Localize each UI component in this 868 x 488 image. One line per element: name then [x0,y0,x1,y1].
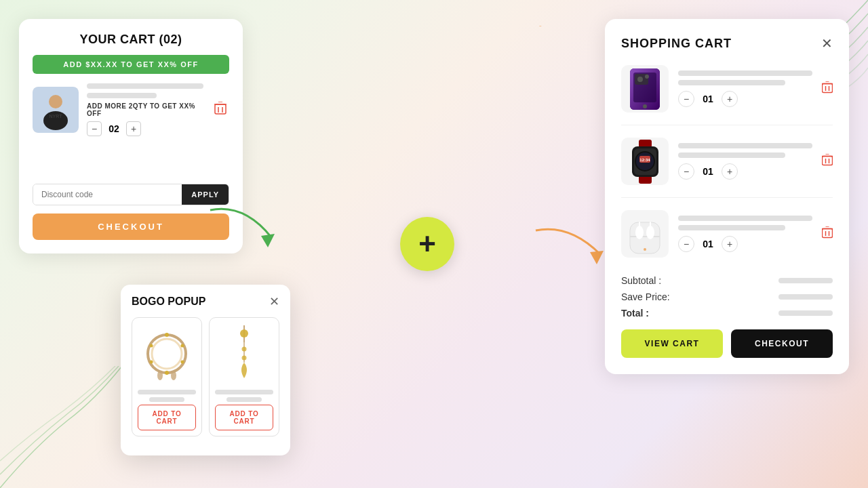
svg-point-33 [637,77,643,82]
r-item1-name [678,70,812,76]
right-cart-item-3: − 01 + [621,210,833,270]
right-qty-row-2: − 01 + [678,163,812,180]
item-upsell-text: ADD MORE 2QTY TO GET XX% OFF [87,102,203,117]
save-price-value [778,294,833,300]
svg-point-9 [148,335,186,373]
checkout-button-right[interactable]: CHECKOUT [731,329,833,358]
right-delete-1[interactable] [822,81,833,97]
svg-point-16 [149,344,153,347]
right-cart-header: SHOPPING CART ✕ [621,35,833,52]
svg-point-18 [157,371,163,380]
subtotal-label: Subtotal : [621,275,661,286]
save-price-row: Save Price: [621,291,833,302]
svg-text:NYRT: NYRT [50,114,63,119]
qty-decrease-button[interactable]: − [87,121,102,136]
empty-cart-area [33,143,229,184]
svg-point-13 [180,360,184,363]
apply-discount-button[interactable]: APPLY [182,184,229,205]
right-item-1-image [621,65,669,113]
right-qty-increase-1[interactable]: + [722,91,738,107]
svg-point-31 [643,104,647,108]
left-cart-title: YOUR CART (02) [33,33,229,47]
svg-rect-61 [823,228,833,237]
right-qty-increase-3[interactable]: + [722,236,738,252]
item-name-placeholder [87,83,203,89]
right-qty-decrease-2[interactable]: − [678,163,694,180]
totals-section: Subtotal : Save Price: Total : [621,275,833,319]
total-row: Total : [621,308,833,319]
bogo-product-2-image [220,323,268,384]
r-item1-desc [678,80,785,85]
bogo-product-2: ADD TO CART [209,317,279,436]
delete-item-button[interactable] [212,99,229,121]
right-qty-decrease-1[interactable]: − [678,91,694,107]
bogo-p2-price [226,397,262,402]
quantity-control: − 02 + [87,121,203,136]
svg-rect-48 [823,156,833,165]
bogo-close-button[interactable]: ✕ [269,296,279,308]
r-item3-desc [678,225,785,230]
right-item-1-info: − 01 + [678,70,812,107]
right-delete-3[interactable] [822,226,833,242]
qty-increase-button[interactable]: + [126,121,141,136]
add-to-cart-button-2[interactable]: ADD TO CART [215,405,273,430]
right-qty-value-1: 01 [700,94,716,104]
cart-item-info: ADD MORE 2QTY TO GET XX% OFF − 02 + [87,83,203,136]
bogo-popup-header: BOGO POPUP ✕ [132,296,279,308]
right-close-button[interactable]: ✕ [821,35,833,52]
save-price-label: Save Price: [621,291,670,302]
svg-point-12 [180,344,184,347]
cart-item-image: NYRT [33,87,79,133]
svg-point-10 [152,339,182,369]
r-item2-desc [678,152,785,158]
svg-marker-27 [590,251,604,264]
svg-point-56 [635,226,644,239]
discount-input[interactable] [33,184,182,205]
add-to-cart-button-1[interactable]: ADD TO CART [138,405,196,430]
discount-row: APPLY [33,184,229,205]
cart-item: NYRT ADD MORE 2QTY TO GET XX% OFF − 02 + [33,83,229,136]
right-qty-value-2: 01 [700,166,716,177]
right-delete-2[interactable] [822,154,833,169]
bogo-popup: BOGO POPUP ✕ [121,285,290,455]
svg-point-23 [241,355,246,360]
right-qty-row-3: − 01 + [678,236,812,252]
right-qty-increase-2[interactable]: + [722,163,738,180]
r-item3-name [678,216,812,221]
svg-point-17 [171,371,176,380]
svg-point-22 [241,346,246,351]
svg-point-11 [165,333,169,337]
right-qty-row-1: − 01 + [678,91,812,107]
r-item2-name [678,143,812,148]
right-cart-item-2: 12:34 − 01 + [621,138,833,198]
right-item-2-image: 12:34 [621,138,669,185]
total-value [778,310,833,316]
promo-bar: ADD $XX.XX TO GET XX% OFF [33,55,229,74]
right-cart-panel: SHOPPING CART ✕ [605,19,849,374]
subtotal-value [778,278,833,283]
right-qty-value-3: 01 [700,239,716,249]
svg-rect-35 [823,83,833,92]
center-branding: UPSELL SIDE CART + [292,0,563,488]
svg-point-58 [646,226,654,239]
view-cart-button[interactable]: VIEW CART [621,329,723,358]
bogo-product-1-image [143,323,191,384]
plus-circle: + [400,217,454,271]
svg-rect-55 [630,236,660,237]
item-price-placeholder [87,93,157,98]
total-label: Total : [621,308,649,319]
svg-rect-4 [215,104,226,114]
bogo-p2-name [215,390,273,394]
subtotal-row: Subtotal : [621,275,833,286]
checkout-button-left[interactable]: CHECKOUT [33,214,229,240]
bogo-popup-title: BOGO POPUP [132,296,205,308]
svg-text:12:34: 12:34 [639,158,650,162]
right-qty-decrease-3[interactable]: − [678,236,694,252]
svg-marker-26 [261,234,275,247]
cart-actions: VIEW CART CHECKOUT [621,329,833,358]
bogo-products-row: ADD TO CART [132,317,279,436]
bogo-p1-price [149,397,184,402]
bogo-p1-name [138,390,196,394]
svg-point-20 [240,329,248,338]
side-cart-text-container: SIDE CART [498,26,563,462]
